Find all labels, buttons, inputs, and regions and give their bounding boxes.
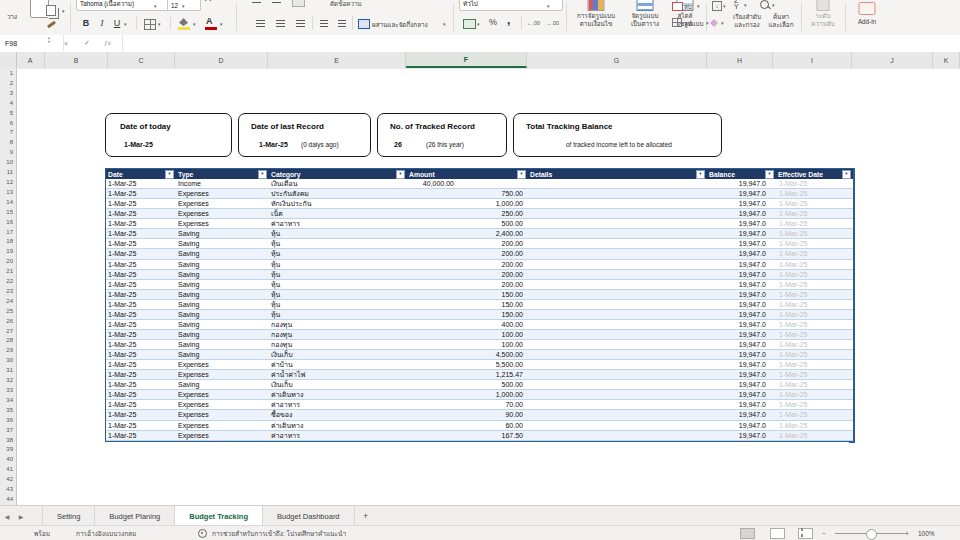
font-color-dropdown-icon[interactable]: ▾ [220, 21, 223, 27]
fill-dropdown-icon[interactable]: ▾ [723, 3, 726, 9]
cell[interactable]: 19,947.0 [707, 350, 776, 359]
table-row[interactable]: 1-Mar-25Savingหุ้น200.0019,947.01-Mar-25 [106, 280, 853, 290]
cell[interactable]: 19,947.0 [707, 290, 776, 299]
cell[interactable]: Saving [176, 280, 269, 289]
filter-dropdown-icon[interactable]: ▾ [765, 170, 774, 179]
column-header-K[interactable]: K [933, 52, 960, 68]
sheet-tab-budget-tracking[interactable]: Budget Tracking [175, 506, 263, 526]
cell[interactable] [528, 199, 707, 208]
table-row[interactable]: 1-Mar-25Savingหุ้น200.0019,947.01-Mar-25 [106, 249, 853, 259]
decrease-indent-icon[interactable] [320, 20, 328, 27]
cell[interactable]: หักเงินประกัน [269, 199, 407, 208]
underline-button[interactable]: U [111, 16, 123, 30]
cell[interactable]: 19,947.0 [707, 400, 776, 409]
table-row[interactable]: 1-Mar-25Savingหุ้น150.0019,947.01-Mar-25 [106, 310, 853, 320]
cell[interactable]: Saving [176, 270, 269, 279]
view-page-layout-button[interactable] [770, 526, 789, 540]
cell[interactable]: 1-Mar-25 [776, 431, 853, 440]
table-row[interactable]: 1-Mar-25Expensesค่าบ้าน5,500.0019,947.01… [106, 360, 853, 370]
column-header-I[interactable]: I [773, 52, 852, 68]
row-header-3[interactable]: 3 [0, 89, 16, 99]
find-icon[interactable] [760, 0, 769, 9]
row-header-43[interactable]: 43 [0, 485, 16, 495]
cell[interactable]: Expenses [176, 390, 269, 399]
cell[interactable]: 1-Mar-25 [106, 290, 176, 299]
delete-cells-icon[interactable] [672, 2, 683, 11]
cell[interactable]: 1,000.00 [407, 199, 528, 208]
table-row[interactable]: 1-Mar-25Savingหุ้น200.0019,947.01-Mar-25 [106, 239, 853, 249]
cell[interactable]: หุ้น [269, 310, 407, 319]
cell[interactable]: 1-Mar-25 [776, 340, 853, 349]
align-left-icon[interactable] [256, 20, 265, 27]
table-row[interactable]: 1-Mar-25Savingเงินเก็บ500.0019,947.01-Ma… [106, 380, 853, 390]
cell[interactable]: 1-Mar-25 [776, 209, 853, 218]
cell[interactable]: 19,947.0 [707, 330, 776, 339]
cell[interactable] [528, 421, 707, 430]
format-as-table-button[interactable]: จัดรูปแบบเป็นตาราง [622, 0, 668, 35]
cell[interactable]: 1-Mar-25 [776, 290, 853, 299]
cell[interactable]: ค่าอาหาร [269, 400, 407, 409]
cell[interactable] [528, 260, 707, 269]
cell[interactable]: หุ้น [269, 300, 407, 309]
cell[interactable]: ค่าอาหาร [269, 219, 407, 228]
format-painter-icon[interactable] [47, 21, 56, 29]
cell[interactable]: Saving [176, 300, 269, 309]
table-header-cell[interactable]: Amount▾ [407, 169, 528, 179]
cell[interactable] [528, 209, 707, 218]
add-sheet-button[interactable]: + [355, 506, 377, 526]
column-header-B[interactable]: B [45, 52, 108, 68]
column-header-E[interactable]: E [268, 52, 406, 68]
merge-center-label[interactable]: ผสานและจัดกึ่งกลาง [372, 20, 428, 30]
cell[interactable]: 1-Mar-25 [106, 219, 176, 228]
grow-font-icon[interactable]: A [205, 0, 211, 3]
cell[interactable]: Expenses [176, 219, 269, 228]
cell[interactable]: Saving [176, 239, 269, 248]
cell[interactable] [528, 239, 707, 248]
cell[interactable]: 1-Mar-25 [776, 280, 853, 289]
cell[interactable]: เงินเก็บ [269, 380, 407, 389]
bold-button[interactable]: B [80, 16, 92, 30]
column-header-H[interactable]: H [707, 52, 773, 68]
table-row[interactable]: 1-Mar-25Savingกองทุน100.0019,947.01-Mar-… [106, 340, 853, 350]
status-circular-reference[interactable]: การอ้างอิงแบบวงกลม [76, 526, 136, 540]
cell[interactable]: 250.00 [407, 209, 528, 218]
find-select-button[interactable]: ค้นหาและเลือก [765, 13, 797, 29]
cell[interactable]: 60.00 [407, 421, 528, 430]
table-header-cell[interactable]: Details▾ [528, 169, 707, 179]
row-header-14[interactable]: 14 [0, 198, 16, 208]
row-header-32[interactable]: 32 [0, 376, 16, 386]
zoom-slider-thumb[interactable] [866, 529, 877, 540]
comma-style-icon[interactable]: , [507, 13, 510, 27]
name-box-spinner[interactable]: ▴▾ [48, 36, 50, 43]
table-row[interactable]: 1-Mar-25Expensesค่าอาหาร167.5019,947.01-… [106, 431, 853, 441]
align-bottom-icon[interactable] [292, 0, 305, 7]
table-row[interactable]: 1-Mar-25Expensesค่าเดินทาง60.0019,947.01… [106, 421, 853, 431]
font-size-combo[interactable]: 12▾ [167, 0, 201, 11]
cell[interactable]: 1-Mar-25 [776, 199, 853, 208]
cell[interactable]: 1-Mar-25 [776, 239, 853, 248]
sheet-tab-setting[interactable]: Setting [42, 506, 95, 526]
cell[interactable]: 1-Mar-25 [106, 300, 176, 309]
table-row[interactable]: 1-Mar-25Savingกองทุน100.0019,947.01-Mar-… [106, 330, 853, 340]
cell[interactable]: 1-Mar-25 [106, 239, 176, 248]
cell[interactable]: Expenses [176, 421, 269, 430]
cell[interactable] [528, 330, 707, 339]
cell[interactable]: 70.00 [407, 400, 528, 409]
filter-dropdown-icon[interactable]: ▾ [517, 170, 526, 179]
cell[interactable] [528, 249, 707, 258]
cell[interactable]: 1-Mar-25 [776, 270, 853, 279]
row-header-11[interactable]: 11 [0, 168, 16, 178]
cell[interactable]: หุ้น [269, 249, 407, 258]
row-header-12[interactable]: 12 [0, 178, 16, 188]
cell[interactable]: 19,947.0 [707, 229, 776, 238]
fill-color-dropdown-icon[interactable]: ▾ [193, 21, 196, 27]
cell[interactable]: 1-Mar-25 [106, 179, 176, 188]
table-row[interactable]: 1-Mar-25Expensesค่าอาหาร70.0019,947.01-M… [106, 400, 853, 410]
cell[interactable]: 150.00 [407, 290, 528, 299]
cell[interactable]: 19,947.0 [707, 390, 776, 399]
row-header-26[interactable]: 26 [0, 317, 16, 327]
column-header-C[interactable]: C [108, 52, 175, 68]
merge-center-dropdown-icon[interactable]: ▾ [443, 21, 446, 27]
cell[interactable] [528, 219, 707, 228]
view-page-break-button[interactable] [798, 526, 817, 540]
